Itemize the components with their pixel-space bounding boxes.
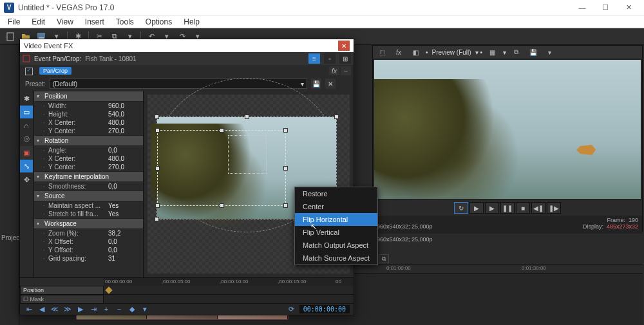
preview-split-icon[interactable]: ◧ — [409, 46, 422, 59]
prop-value[interactable]: 960,0 — [108, 102, 140, 109]
ctx-item-center[interactable]: Center — [295, 200, 377, 213]
tool-settings-icon[interactable]: ✱ — [20, 92, 33, 105]
preview-extfx-icon[interactable]: ⬚ — [375, 46, 388, 59]
prop-row[interactable]: Height:540,0 — [34, 110, 143, 118]
prop-value[interactable]: 0,0 — [108, 238, 140, 245]
prop-row[interactable]: Zoom (%):38,2 — [34, 229, 143, 237]
fx-plugin-tag[interactable]: Pan/Crop — [39, 67, 71, 75]
prop-value[interactable]: Yes — [108, 202, 140, 209]
preview-fx-icon[interactable]: fx — [392, 46, 405, 59]
window-maximize-button[interactable]: ☐ — [594, 0, 617, 15]
prop-row[interactable]: Smoothness:0,0 — [34, 182, 143, 190]
prop-group-keyframe-interpolation[interactable]: Keyframe interpolation — [34, 171, 143, 182]
tool-lock-icon[interactable]: ⦾ — [20, 133, 33, 145]
kf-first-button[interactable]: ⇤ — [24, 304, 34, 313]
prop-row[interactable]: Angle:0,0 — [34, 146, 143, 154]
kf-drop-button[interactable]: ▾ — [140, 304, 150, 313]
tool-size-icon[interactable]: ⤡ — [20, 160, 33, 172]
tool-magnet-icon[interactable]: ∩ — [20, 119, 33, 132]
kf-prev-button[interactable]: ◀ — [37, 304, 47, 313]
menu-file[interactable]: File — [3, 16, 25, 28]
kf-curve-button[interactable]: ◆ — [127, 304, 137, 313]
menu-tools[interactable]: Tools — [111, 16, 139, 28]
prop-row[interactable]: X Center:480,0 — [34, 154, 143, 163]
prop-group-workspace[interactable]: Workspace — [34, 218, 143, 229]
ctx-item-restore[interactable]: Restore — [295, 187, 377, 200]
play-button[interactable]: ▶ — [485, 202, 499, 214]
prop-row[interactable]: Width:960,0 — [34, 102, 143, 110]
kf-lane-mask-track[interactable] — [104, 295, 354, 304]
prop-row[interactable]: Grid spacing:31 — [34, 254, 143, 263]
menu-options[interactable]: Options — [140, 16, 177, 28]
window-close-button[interactable]: ✕ — [617, 0, 640, 15]
prop-group-rotation[interactable]: Rotation — [34, 135, 143, 146]
kf-last-button[interactable]: ⇥ — [88, 304, 99, 313]
ctx-item-flip-horizontal[interactable]: Flip Horizontal — [295, 213, 377, 226]
prop-value[interactable]: Yes — [108, 210, 140, 218]
menu-edit[interactable]: Edit — [26, 16, 50, 28]
kf-sync-button[interactable]: ⟳ — [287, 304, 297, 313]
prop-value[interactable]: 480,0 — [108, 119, 140, 126]
prop-row[interactable]: Y Center:270,0 — [34, 127, 143, 135]
kf-lane-mask[interactable]: ☐ Mask — [20, 295, 104, 304]
preview-grid-icon[interactable]: ▦ — [486, 46, 499, 59]
fx-add-plugin-icon[interactable]: fx — [329, 66, 339, 75]
kf-ruler[interactable]: 00:00:00:00 ,00:00:05:00 ,00:00:10:00 ,0… — [104, 278, 354, 286]
kf-next-button[interactable]: ▶ — [75, 304, 86, 313]
fx-chain-btn-c[interactable]: ⊞ — [339, 53, 351, 64]
prop-value[interactable]: 270,0 — [108, 163, 140, 171]
fx-chain-btn-b[interactable]: ▫ — [324, 53, 336, 64]
project-tab[interactable]: Project — [1, 234, 21, 241]
preview-drop-icon[interactable]: ▾ — [544, 46, 556, 59]
preview-save-icon[interactable]: 💾 — [527, 46, 540, 59]
kf-rew-button[interactable]: ≪ — [50, 304, 60, 313]
kf-lane-position-track[interactable] — [104, 286, 354, 295]
prop-value[interactable]: 270,0 — [108, 127, 140, 135]
tl-tool-b[interactable]: ⧉ — [379, 254, 389, 263]
ctx-item-flip-vertical[interactable]: Flip Vertical — [295, 226, 377, 239]
kf-add-button[interactable]: + — [101, 304, 111, 313]
tool-move-free-icon[interactable]: ✥ — [20, 173, 33, 186]
menu-help[interactable]: Help — [178, 16, 205, 28]
prop-value[interactable]: 480,0 — [108, 155, 140, 162]
fx-dialog-close-button[interactable]: ✕ — [338, 41, 350, 51]
prop-row[interactable]: Stretch to fill fra...Yes — [34, 210, 143, 218]
prop-value[interactable]: 0,0 — [108, 246, 140, 254]
prop-value[interactable]: 0,0 — [108, 147, 140, 154]
fx-chain-btn-a[interactable]: ≡ — [308, 53, 320, 64]
fx-dialog-titlebar[interactable]: Video Event FX ✕ — [20, 39, 354, 52]
next-frame-button[interactable]: ❚▶ — [547, 202, 561, 214]
crop-inner-frame[interactable] — [157, 130, 286, 206]
ctx-item-match-output-aspect[interactable]: Match Output Aspect — [295, 239, 377, 252]
kf-lane-position[interactable]: Position — [20, 286, 104, 295]
preview-copy-icon[interactable]: ⧉ — [510, 46, 523, 59]
stop-button[interactable]: ■ — [516, 202, 530, 214]
ctx-item-match-source-aspect[interactable]: Match Source Aspect — [295, 252, 377, 265]
loop-button[interactable]: ↻ — [454, 202, 468, 214]
prop-row[interactable]: X Center:480,0 — [34, 118, 143, 127]
preset-save-button[interactable]: 💾 — [311, 79, 321, 89]
kf-timecode[interactable]: 00:00:00:00 — [299, 305, 350, 313]
play-start-button[interactable]: ▶ — [469, 202, 484, 214]
fx-remove-plugin-icon[interactable]: − — [341, 66, 351, 75]
kf-fwd-button[interactable]: ≫ — [62, 304, 73, 313]
prop-value[interactable]: 540,0 — [108, 111, 140, 118]
prop-row[interactable]: Y Center:270,0 — [34, 163, 143, 171]
prop-group-position[interactable]: Position — [34, 91, 143, 102]
window-minimize-button[interactable]: — — [571, 0, 594, 15]
prop-value[interactable]: 0,0 — [108, 183, 140, 190]
prop-row[interactable]: X Offset:0,0 — [34, 237, 143, 246]
kf-del-button[interactable]: − — [114, 304, 124, 313]
prop-row[interactable]: Y Offset:0,0 — [34, 246, 143, 254]
menu-insert[interactable]: Insert — [80, 16, 109, 28]
new-project-button[interactable] — [4, 30, 17, 43]
pause-button[interactable]: ❚❚ — [500, 202, 515, 214]
prop-row[interactable]: Maintain aspect ...Yes — [34, 201, 143, 210]
tool-normal-icon[interactable]: ▭ — [20, 106, 33, 118]
keyframe-diamond[interactable] — [105, 286, 112, 293]
prop-value[interactable]: 38,2 — [108, 230, 140, 237]
menu-view[interactable]: View — [52, 16, 79, 28]
prop-value[interactable]: 31 — [108, 255, 140, 262]
tool-move-icon[interactable]: ▣ — [20, 146, 33, 159]
prop-group-source[interactable]: Source — [34, 190, 143, 201]
